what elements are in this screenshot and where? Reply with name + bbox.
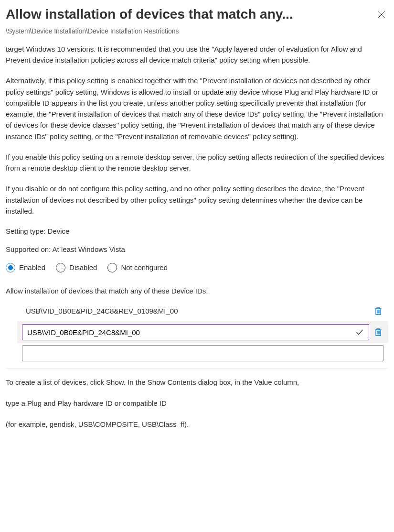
footer-help: To create a list of devices, click Show.…: [6, 377, 388, 429]
radio-enabled[interactable]: Enabled: [6, 262, 45, 273]
description-paragraph: If you enable this policy setting on a r…: [6, 152, 388, 174]
radio-not-configured[interactable]: Not configured: [107, 262, 168, 273]
footer-paragraph: To create a list of devices, click Show.…: [6, 377, 388, 388]
device-id-row-editing: [17, 321, 388, 343]
description-partial: target Windows 10 versions. It is recomm…: [6, 43, 388, 66]
device-ids-label: Allow installation of devices that match…: [6, 286, 388, 296]
state-radio-group: Enabled Disabled Not configured: [6, 262, 388, 273]
device-id-input-wrap: [22, 324, 369, 340]
device-id-new-row: [17, 343, 388, 363]
radio-label: Disabled: [69, 262, 97, 273]
close-icon: [378, 11, 385, 18]
radio-label: Not configured: [121, 262, 168, 273]
confirm-button[interactable]: [354, 327, 365, 337]
device-ids-list: USB\VID_0B0E&PID_24C8&REV_0109&MI_00: [6, 301, 388, 363]
radio-disabled[interactable]: Disabled: [56, 262, 97, 273]
setting-type: Setting type: Device: [6, 226, 388, 237]
description-paragraph: Alternatively, if this policy setting is…: [6, 75, 388, 142]
device-id-input[interactable]: [22, 326, 354, 339]
divider: [6, 368, 388, 369]
description-paragraph: If you disable or do not configure this …: [6, 183, 388, 217]
supported-on: Supported on: At least Windows Vista: [6, 244, 388, 255]
radio-icon: [107, 263, 117, 272]
page-title: Allow installation of devices that match…: [6, 5, 293, 24]
trash-icon: [374, 327, 382, 337]
delete-button[interactable]: [373, 306, 383, 316]
check-icon: [356, 328, 363, 336]
device-id-row[interactable]: USB\VID_0B0E&PID_24C8&REV_0109&MI_00: [17, 301, 388, 321]
footer-paragraph: type a Plug and Play hardware ID or comp…: [6, 398, 388, 409]
trash-icon: [374, 306, 382, 316]
breadcrumb: \System\Device Installation\Device Insta…: [6, 26, 388, 36]
radio-label: Enabled: [19, 262, 45, 273]
radio-icon: [56, 263, 65, 272]
radio-icon: [6, 263, 15, 272]
footer-paragraph: (for example, gendisk, USB\COMPOSITE, US…: [6, 419, 388, 430]
device-id-new-input[interactable]: [22, 345, 383, 361]
policy-description: target Windows 10 versions. It is recomm…: [6, 43, 388, 217]
delete-button[interactable]: [373, 327, 383, 337]
close-button[interactable]: [375, 8, 388, 21]
device-id-value: USB\VID_0B0E&PID_24C8&REV_0109&MI_00: [26, 306, 369, 316]
